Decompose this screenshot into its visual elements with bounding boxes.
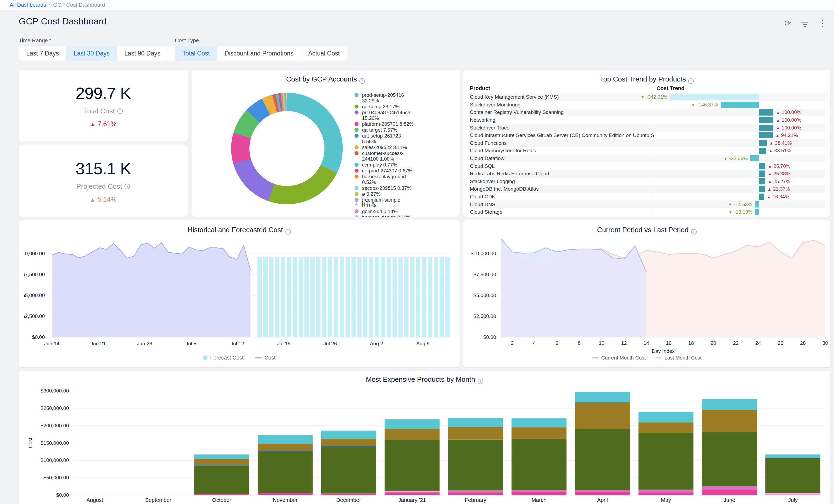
- legend-item[interactable]: golink-url 0.14%: [354, 209, 415, 214]
- legend-item[interactable]: qa-target 7.57%: [354, 127, 415, 133]
- info-icon[interactable]: [478, 378, 483, 384]
- current-vs-last-title-text: Current Period vs Last Period: [597, 226, 688, 234]
- total-cost-delta: ▲7.61%: [90, 120, 117, 128]
- cost-trend-cell: ▲33.51%: [654, 147, 825, 155]
- info-icon[interactable]: [285, 229, 291, 235]
- legend-item[interactable]: uat-setup-261723 5.55%: [354, 133, 415, 144]
- table-row[interactable]: Stackdriver Trace▲100.00%: [469, 124, 825, 132]
- legend-item[interactable]: harness-design 0.13%: [354, 215, 415, 217]
- cost-trend-cell: ▲25.70%: [654, 162, 825, 170]
- current-vs-last-card: Current Period vs Last Period $10,000.00…: [463, 220, 830, 367]
- info-icon[interactable]: [688, 78, 694, 84]
- svg-text:24: 24: [755, 340, 761, 346]
- page-up-icon[interactable]: ▲: [354, 200, 359, 206]
- svg-text:$0.00: $0.00: [56, 492, 69, 498]
- legend-item-label: harness-design 0.13%: [362, 215, 411, 217]
- breadcrumb-link-all-dashboards[interactable]: All Dashboards: [10, 2, 46, 8]
- info-icon[interactable]: [117, 108, 123, 114]
- table-row[interactable]: Stackdriver Monitoring▼-146.37%: [469, 101, 825, 109]
- projected-cost-value: 315.1 K: [75, 159, 131, 178]
- breadcrumb-current: GCP Cost Dashboard: [53, 2, 105, 8]
- cost-trend-cell: ▲21.37%: [654, 185, 825, 193]
- legend-item[interactable]: customer-success-244100 1.00%: [354, 150, 415, 162]
- table-row[interactable]: Cloud Functions▲38.41%: [469, 139, 825, 147]
- top-cost-trend-card: Top Cost Trend by Products Product Cost …: [463, 70, 830, 217]
- historical-forecast-title: Historical and Forecasted Cost: [19, 226, 460, 235]
- filter-icon[interactable]: [801, 20, 808, 27]
- product-cell: Cloud Functions: [469, 139, 654, 147]
- most-expensive-products-chart[interactable]: $300,000.00$250,000.00$200,000.00$150,00…: [24, 385, 826, 504]
- svg-text:8: 8: [578, 340, 581, 346]
- legend-item[interactable]: ccm-play 0.77%: [354, 162, 415, 168]
- svg-text:August: August: [86, 497, 103, 503]
- cost-type-option-total-cost[interactable]: Total Cost: [175, 46, 217, 61]
- trend-up-icon: ▲: [768, 187, 771, 192]
- info-icon[interactable]: [359, 78, 365, 84]
- legend-item[interactable]: secops-239815 0.37%: [354, 185, 415, 191]
- cost-type-option-actual-cost[interactable]: Actual Cost: [301, 46, 347, 61]
- cost-trend-cell: ▼-146.37%: [654, 101, 825, 109]
- trend-percent: 16.34%: [773, 194, 789, 200]
- legend-item[interactable]: prod-setup-205416 32.29%: [354, 92, 415, 104]
- table-row[interactable]: Redis Labs Redis Enterprise Cloud▲25.38%: [469, 170, 825, 178]
- trend-value-label: ▲25.70%: [768, 162, 791, 170]
- current-vs-last-chart[interactable]: $10,000.00$7,500.00$5,000.00$2,500.00$0.…: [466, 235, 828, 354]
- table-row[interactable]: Cloud CDN▲16.34%: [469, 193, 825, 201]
- legend-item[interactable]: ce-prod-274307 0.67%: [354, 168, 415, 173]
- table-row[interactable]: Cloud Memorystore for Redis▲33.51%: [469, 147, 825, 155]
- info-icon[interactable]: [691, 229, 697, 235]
- legend-dot-icon: [354, 128, 358, 132]
- page-down-icon[interactable]: ▼: [371, 200, 375, 206]
- table-row[interactable]: MongoDB Inc. MongoDB Atlas▲21.37%: [469, 185, 825, 193]
- time-range-option-last-7-days[interactable]: Last 7 Days: [19, 46, 66, 61]
- svg-text:$100,000.00: $100,000.00: [41, 457, 69, 463]
- legend-item[interactable]: harness-playground 0.52%: [354, 174, 415, 185]
- total-cost-label: Total Cost: [84, 107, 123, 115]
- svg-text:18: 18: [688, 340, 694, 346]
- legend-item: Forecast Cost: [203, 355, 243, 361]
- table-row[interactable]: Stackdriver Logging▲25.27%: [469, 178, 825, 185]
- table-row[interactable]: Cloud Storage▼-13.19%: [469, 208, 825, 216]
- svg-text:Jun 14: Jun 14: [44, 341, 59, 346]
- table-row[interactable]: Cloud Key Management Service (KMS)▼-342.…: [469, 93, 825, 101]
- legend-pagination: ▲ 1/2 ▼: [354, 200, 375, 206]
- projected-cost-card: 315.1 K Projected Cost ▲5.14%: [19, 145, 188, 217]
- trend-percent: -13.19%: [734, 209, 752, 215]
- legend-item[interactable]: ø 0.27%: [354, 191, 415, 197]
- table-row[interactable]: Container Registry Vulnerability Scannin…: [469, 109, 825, 116]
- cost-trend-cell: ▲100.00%: [654, 124, 825, 132]
- legend-item[interactable]: platform-205701 8.82%: [354, 121, 415, 127]
- trend-percent: -14.53%: [734, 202, 752, 207]
- legend-item[interactable]: pr10406a87045145c3 15.20%: [354, 110, 415, 121]
- historical-forecast-title-text: Historical and Forecasted Cost: [188, 226, 283, 234]
- trend-bar: [759, 148, 766, 154]
- trend-bar: [759, 117, 773, 123]
- table-row[interactable]: Cloud Infrastructure Services GitLab Ser…: [469, 132, 825, 139]
- cost-by-gcp-accounts-title-text: Cost by GCP Accounts: [286, 75, 357, 83]
- time-range-option-last-30-days[interactable]: Last 30 Days: [66, 46, 117, 61]
- svg-text:$50,000.00: $50,000.00: [43, 475, 69, 480]
- cost-by-gcp-accounts-title: Cost by GCP Accounts: [192, 75, 460, 84]
- table-row[interactable]: Cloud SQL▲25.70%: [469, 162, 825, 170]
- svg-text:Jul 5: Jul 5: [185, 341, 196, 346]
- table-row[interactable]: Cloud Dataflow▼-32.06%: [469, 155, 825, 162]
- info-icon[interactable]: [125, 184, 130, 189]
- svg-text:$0.00: $0.00: [483, 334, 496, 340]
- time-range-option-last-90-days[interactable]: Last 90 Days: [117, 46, 168, 61]
- product-cell: Cloud SQL: [469, 162, 654, 170]
- kebab-menu-icon[interactable]: ⋮: [818, 19, 827, 27]
- table-row[interactable]: Networking▲100.00%: [469, 116, 825, 124]
- legend-item[interactable]: qa-setup 23.17%: [354, 104, 415, 109]
- svg-text:$300,000.00: $300,000.00: [41, 388, 69, 394]
- trend-percent: -342.01%: [646, 94, 667, 100]
- historical-forecast-chart[interactable]: $10,000.00$7,500.00$5,000.00$2,500.00$0.…: [24, 235, 454, 351]
- refresh-icon[interactable]: ⟳: [784, 19, 791, 27]
- legend-item[interactable]: sales-209522 3.11%: [354, 145, 415, 150]
- cost-type-option-discount-and-promotions[interactable]: Discount and Promotions: [217, 46, 301, 61]
- donut-legend: prod-setup-205416 32.29%qa-setup 23.17%p…: [354, 92, 415, 217]
- svg-text:$2,500.00: $2,500.00: [24, 313, 45, 319]
- trend-percent: 25.38%: [773, 171, 790, 177]
- trend-bar: [721, 102, 759, 108]
- table-row[interactable]: Cloud DNS▼-14.53%: [469, 200, 825, 208]
- cost-trend-table: Product Cost Trend Cloud Key Management …: [469, 85, 825, 216]
